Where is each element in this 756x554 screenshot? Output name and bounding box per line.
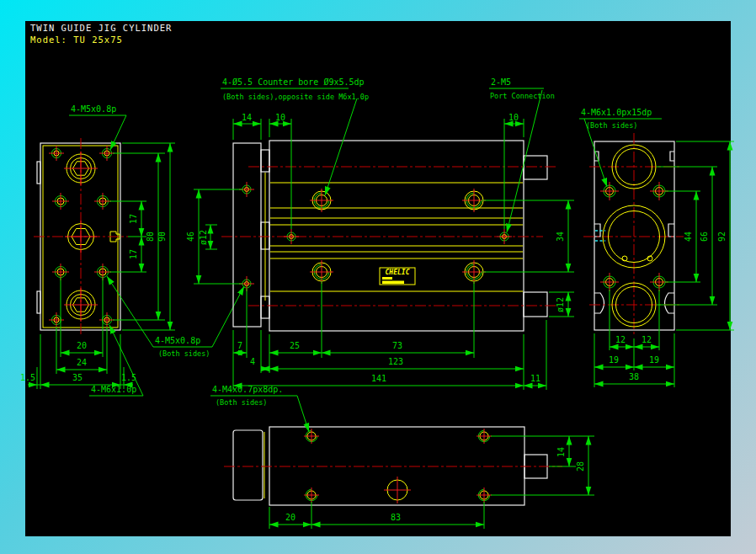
drawing-model: Model: TU 25x75 (30, 35, 123, 45)
dim-24: 24 (77, 358, 87, 367)
dim-73: 73 (392, 341, 402, 350)
dim-66: 66 (700, 232, 709, 242)
dim-46: 46 (186, 232, 195, 242)
callout-m6-right-note: (Both sides) (586, 121, 637, 130)
callout-counterbore: 4-Ø5.5 Counter bore Ø9x5.5dp (222, 77, 365, 87)
dim-38: 38 (629, 372, 639, 381)
callout-m6-right: 4-M6x1.0px15dp (581, 108, 652, 117)
dim-dia12-right: ø12 (556, 297, 565, 312)
dim-10-left: 10 (275, 113, 285, 122)
brand-logo: CHELIC (386, 269, 410, 276)
dim-20b: 20 (285, 513, 295, 522)
dim-123: 123 (388, 357, 403, 366)
dim-35: 35 (72, 373, 83, 382)
dim-12-left: 12 (615, 335, 626, 344)
callout-m5-bottom: 4-M5x0.8p (155, 336, 200, 345)
dim-90: 90 (157, 232, 167, 242)
dim-7: 7 (237, 341, 242, 350)
dim-83: 83 (391, 513, 401, 522)
dim-14: 14 (242, 113, 252, 122)
dim-12-right: 12 (642, 335, 652, 344)
dim-10-right: 10 (508, 113, 519, 122)
dim-17-lower: 17 (129, 249, 138, 259)
dim-19-left: 19 (609, 355, 619, 365)
dim-1-5-left: 1.5 (20, 373, 35, 382)
callout-port: 2-M5 (491, 77, 511, 87)
callout-m6-left: 4-M6x1.0p (91, 385, 136, 394)
callout-counterbore-note: (Both sides),opposite side M6x1.0p (222, 93, 369, 101)
dim-80: 80 (146, 232, 155, 242)
cad-viewer: TWIN GUIDE JIG CYLINDER Model: TU 25x75 (0, 0, 756, 554)
dim-92: 92 (717, 232, 727, 242)
dim-17-upper: 17 (129, 214, 138, 224)
callout-m4-note: (Both sides) (216, 398, 267, 407)
canvas-background (25, 21, 731, 536)
dim-dia12-left: ø12 (199, 230, 208, 245)
dim-44: 44 (684, 232, 693, 242)
dim-20: 20 (77, 341, 87, 350)
callout-port-note: Port Connection (490, 92, 555, 100)
dim-19-right: 19 (649, 355, 659, 365)
dim-34: 34 (556, 232, 565, 242)
dim-11: 11 (530, 374, 540, 383)
callout-m4: 4-M4x0.7px8dp. (212, 385, 283, 394)
dim-141: 141 (371, 374, 386, 383)
callout-m5-bottom-note: (Both sides) (158, 349, 210, 358)
dim-4: 4 (250, 357, 255, 366)
dim-25: 25 (290, 341, 300, 350)
dim-14b: 14 (556, 447, 566, 457)
callout-m5-top: 4-M5x0.8p (71, 104, 116, 114)
dim-28: 28 (576, 461, 585, 471)
drawing-title: TWIN GUIDE JIG CYLINDER (30, 23, 172, 33)
